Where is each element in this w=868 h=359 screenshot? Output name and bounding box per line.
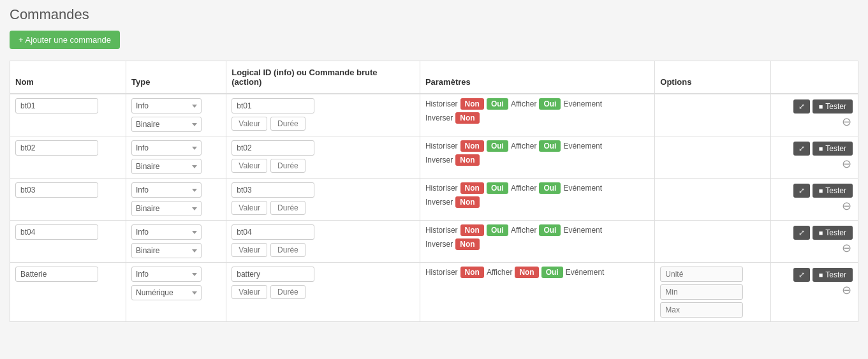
remove-button[interactable]: ⊖ xyxy=(841,158,853,170)
logical-id-cell: ValeurDurée xyxy=(226,179,420,221)
duree-button[interactable]: Durée xyxy=(270,117,305,131)
historiser-oui-badge[interactable]: Oui xyxy=(487,140,508,152)
afficher-label: Afficher xyxy=(511,184,536,193)
tester-button[interactable]: ■ Tester xyxy=(813,184,853,198)
params-cell: HistoriserNonOuiAfficherOuiEvénementInve… xyxy=(420,94,654,136)
subtype-select[interactable]: Binaire xyxy=(131,201,202,216)
option-input-min[interactable] xyxy=(660,284,743,300)
afficher-non-badge[interactable]: Non xyxy=(515,267,538,278)
nom-input[interactable] xyxy=(15,182,98,198)
afficher-label: Afficher xyxy=(511,226,536,235)
nom-input[interactable] xyxy=(15,224,98,240)
historiser-non-badge[interactable]: Non xyxy=(460,224,484,236)
evenement-label: Evénement xyxy=(566,268,605,277)
type-select[interactable]: Info xyxy=(131,267,202,282)
inverser-non-badge[interactable]: Non xyxy=(455,154,479,166)
rss-icon: ■ xyxy=(819,103,823,110)
type-select[interactable]: Info xyxy=(131,182,202,198)
share-button[interactable]: ⤢ xyxy=(793,142,810,156)
nom-cell xyxy=(10,179,126,221)
inverser-non-badge[interactable]: Non xyxy=(455,112,479,124)
remove-button[interactable]: ⊖ xyxy=(841,284,853,296)
type-cell: InfoNumérique xyxy=(126,263,226,322)
historiser-oui-badge[interactable]: Oui xyxy=(487,98,508,110)
table-row: InfoBinaireValeurDuréeHistoriserNonOuiAf… xyxy=(10,179,858,221)
nom-cell xyxy=(10,94,126,136)
option-input-unité[interactable] xyxy=(660,267,743,282)
valeur-button[interactable]: Valeur xyxy=(232,243,267,257)
logical-id-input[interactable] xyxy=(232,98,314,114)
inverser-non-badge[interactable]: Non xyxy=(455,196,479,208)
col-nom: Nom xyxy=(10,61,126,94)
type-select[interactable]: Info xyxy=(131,98,202,114)
subtype-select[interactable]: Numérique xyxy=(131,285,202,300)
nom-cell xyxy=(10,263,126,322)
afficher-oui-badge[interactable]: Oui xyxy=(539,182,561,194)
action-cell: ⤢■ Tester⊖ xyxy=(771,263,858,322)
type-select[interactable]: Info xyxy=(131,140,202,156)
share-button[interactable]: ⤢ xyxy=(793,184,810,198)
logical-id-input[interactable] xyxy=(232,224,314,240)
remove-button[interactable]: ⊖ xyxy=(841,116,853,128)
option-input-max[interactable] xyxy=(660,302,743,318)
rss-icon: ■ xyxy=(819,229,823,237)
remove-button[interactable]: ⊖ xyxy=(841,242,853,254)
afficher-oui-badge[interactable]: Oui xyxy=(539,140,561,152)
afficher-oui-badge[interactable]: Oui xyxy=(541,267,563,278)
remove-button[interactable]: ⊖ xyxy=(841,200,853,212)
add-command-button[interactable]: + Ajouter une commande xyxy=(10,31,120,49)
options-cell xyxy=(655,221,771,263)
historiser-oui-badge[interactable]: Oui xyxy=(487,182,508,194)
afficher-oui-badge[interactable]: Oui xyxy=(539,98,561,110)
valeur-button[interactable]: Valeur xyxy=(232,201,267,215)
duree-button[interactable]: Durée xyxy=(270,285,305,299)
inverser-label: Inverser xyxy=(425,114,453,122)
historiser-label: Historiser xyxy=(425,142,458,150)
type-cell: InfoBinaire xyxy=(126,136,226,179)
nom-input[interactable] xyxy=(15,98,98,114)
nom-input[interactable] xyxy=(15,140,98,156)
duree-button[interactable]: Durée xyxy=(270,159,305,173)
tester-button[interactable]: ■ Tester xyxy=(813,142,853,156)
options-cell xyxy=(655,263,771,322)
options-cell xyxy=(655,94,771,136)
afficher-oui-badge[interactable]: Oui xyxy=(539,224,561,236)
valeur-button[interactable]: Valeur xyxy=(232,117,267,131)
duree-button[interactable]: Durée xyxy=(270,243,305,257)
historiser-oui-badge[interactable]: Oui xyxy=(487,224,508,236)
historiser-label: Historiser xyxy=(425,226,458,235)
type-select[interactable]: Info xyxy=(131,224,202,240)
tester-button[interactable]: ■ Tester xyxy=(813,268,853,282)
nom-input[interactable] xyxy=(15,267,98,282)
inverser-label: Inverser xyxy=(425,198,453,207)
nom-cell xyxy=(10,221,126,263)
subtype-select[interactable]: Binaire xyxy=(131,117,202,132)
duree-button[interactable]: Durée xyxy=(270,201,305,215)
historiser-non-badge[interactable]: Non xyxy=(460,98,484,110)
historiser-non-badge[interactable]: Non xyxy=(460,182,484,194)
tester-button[interactable]: ■ Tester xyxy=(813,226,853,240)
commands-table: Nom Type Logical ID (info) ou Commande b… xyxy=(10,61,858,322)
share-button[interactable]: ⤢ xyxy=(793,226,810,240)
valeur-button[interactable]: Valeur xyxy=(232,285,267,299)
logical-id-cell: ValeurDurée xyxy=(226,94,420,136)
page-title: Commandes xyxy=(10,6,858,23)
options-cell xyxy=(655,179,771,221)
logical-id-input[interactable] xyxy=(232,267,314,282)
subtype-select[interactable]: Binaire xyxy=(131,243,202,258)
historiser-non-badge[interactable]: Non xyxy=(460,267,484,278)
logical-id-cell: ValeurDurée xyxy=(226,221,420,263)
historiser-non-badge[interactable]: Non xyxy=(460,140,484,152)
col-params: Paramètres xyxy=(420,61,654,94)
table-row: InfoBinaireValeurDuréeHistoriserNonOuiAf… xyxy=(10,221,858,263)
logical-id-input[interactable] xyxy=(232,182,314,198)
subtype-select[interactable]: Binaire xyxy=(131,159,202,174)
share-button[interactable]: ⤢ xyxy=(793,99,810,114)
inverser-non-badge[interactable]: Non xyxy=(455,238,479,250)
type-cell: InfoBinaire xyxy=(126,94,226,136)
tester-button[interactable]: ■ Tester xyxy=(813,99,853,114)
afficher-label: Afficher xyxy=(511,142,536,150)
valeur-button[interactable]: Valeur xyxy=(232,159,267,173)
logical-id-input[interactable] xyxy=(232,140,314,156)
share-button[interactable]: ⤢ xyxy=(793,268,810,282)
